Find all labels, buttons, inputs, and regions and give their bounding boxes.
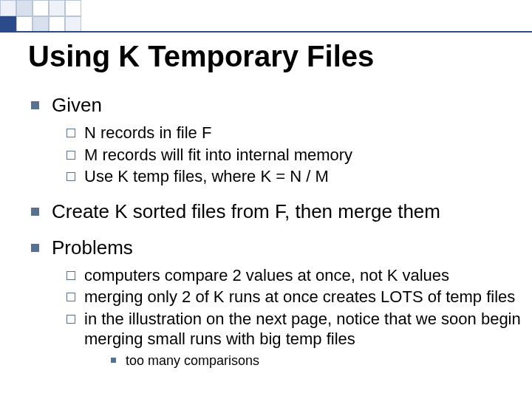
sub-list: computers compare 2 values at once, not … — [52, 265, 532, 369]
sub-item: M records will fit into internal memory — [66, 145, 532, 166]
bullet-create: Create K sorted files from F, then merge… — [31, 200, 532, 223]
sub-sub-list: too many comparisons — [84, 352, 532, 369]
sub-item: Use K temp files, where K = N / M — [66, 166, 532, 187]
bullet-label: Create K sorted files from F, then merge… — [52, 200, 440, 222]
sub-item: in the illustration on the next page, no… — [66, 309, 532, 369]
sub-item: computers compare 2 values at once, not … — [66, 265, 532, 286]
horizontal-rule — [0, 31, 532, 33]
sub-item-text: in the illustration on the next page, no… — [84, 310, 521, 349]
bullet-label: Given — [52, 94, 102, 116]
sub-list: N records in file F M records will fit i… — [52, 123, 532, 187]
bullet-given: Given N records in file F M records will… — [31, 94, 532, 187]
sub-sub-item: too many comparisons — [111, 352, 532, 369]
bullet-label: Problems — [52, 236, 133, 259]
corner-decoration — [0, 0, 96, 33]
sub-item: merging only 2 of K runs at once creates… — [66, 287, 532, 307]
slide-content: Using K Temporary Files Given N records … — [28, 40, 532, 382]
bullet-problems: Problems computers compare 2 values at o… — [31, 236, 532, 369]
sub-item: N records in file F — [66, 123, 532, 143]
slide-title: Using K Temporary Files — [28, 40, 532, 73]
bullet-list: Given N records in file F M records will… — [28, 94, 532, 369]
